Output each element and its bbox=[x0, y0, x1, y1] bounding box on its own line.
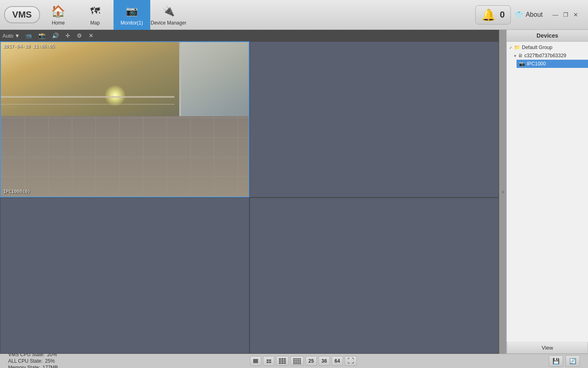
nav-map[interactable]: 🗺 Map bbox=[77, 0, 114, 30]
video-settings-btn[interactable]: ⚙ bbox=[75, 31, 84, 40]
expand-icon-device: ▾ bbox=[514, 54, 516, 58]
video-audio-btn[interactable]: 🔊 bbox=[50, 31, 60, 40]
save-layout-button[interactable]: 💾 bbox=[549, 355, 563, 367]
reload-button[interactable]: 🔄 bbox=[566, 355, 580, 367]
statusbar: VMS CPU State: 20% ALL CPU State: 25% Me… bbox=[0, 354, 588, 368]
layout-1x1-button[interactable] bbox=[250, 356, 261, 366]
tree-item-ipc1000[interactable]: 📷 IPC1000 bbox=[517, 60, 588, 68]
right-sidebar: Devices ✓ 📁 Default Group ▾ 🖥 c327fbd737… bbox=[506, 30, 588, 354]
layout-25-button[interactable]: 25 bbox=[305, 356, 317, 366]
video-area: Auto ▼ 📹 📸 🔊 ✛ ⚙ ✕ bbox=[0, 30, 499, 354]
nav-monitor-label: Monitor(1) bbox=[120, 20, 143, 26]
device-tree: ✓ 📁 Default Group ▾ 🖥 c327fbd737b63329 📷… bbox=[507, 42, 588, 342]
device-manager-icon: 🔌 bbox=[161, 4, 176, 18]
nav-home-label: Home bbox=[52, 20, 65, 26]
about-area: 🔔 0 👕 About — ❐ ✕ bbox=[475, 5, 588, 25]
about-label: About bbox=[526, 11, 543, 18]
layout-2x2-button[interactable] bbox=[263, 356, 274, 366]
chevron-right-icon: › bbox=[502, 188, 504, 195]
devices-header: Devices bbox=[507, 30, 588, 42]
minimize-button[interactable]: — bbox=[551, 11, 560, 19]
nav-home[interactable]: 🏠 Home bbox=[40, 0, 77, 30]
tree-label-device: c327fbd737b63329 bbox=[524, 53, 566, 58]
video-toolbar: Auto ▼ 📹 📸 🔊 ✛ ⚙ ✕ bbox=[0, 30, 499, 41]
window-controls: — ❐ ✕ bbox=[551, 11, 580, 19]
video-cell-2[interactable] bbox=[249, 41, 499, 197]
all-cpu-value: 25% bbox=[45, 358, 55, 364]
titlebar: VMS 🏠 Home 🗺 Map 📷 Monitor(1) 🔌 Device M… bbox=[0, 0, 588, 30]
tree-item-default-group[interactable]: ✓ 📁 Default Group bbox=[507, 43, 588, 52]
video-cell-3[interactable] bbox=[0, 197, 249, 354]
nav-device-manager-label: Device Manager bbox=[151, 20, 186, 26]
video-close-btn[interactable]: ✕ bbox=[87, 31, 95, 40]
main-content: Auto ▼ 📹 📸 🔊 ✛ ⚙ ✕ bbox=[0, 30, 588, 354]
nav-device-manager[interactable]: 🔌 Device Manager bbox=[150, 0, 187, 30]
tree-label-ipc1000: IPC1000 bbox=[527, 61, 546, 67]
view-button[interactable]: View bbox=[507, 342, 588, 354]
monitor-icon: 📷 bbox=[125, 4, 139, 18]
bell-area: 🔔 0 bbox=[475, 5, 511, 25]
camera-feed-1 bbox=[1, 42, 249, 197]
expand-icon-default-group: ✓ bbox=[509, 45, 512, 50]
computer-icon: 🖥 bbox=[518, 53, 523, 58]
sidebar-toggle[interactable]: › bbox=[499, 30, 506, 354]
about-button[interactable]: 👕 About bbox=[515, 11, 543, 19]
memory-status: Memory State: 177MB bbox=[8, 365, 58, 368]
tree-label-default-group: Default Group bbox=[522, 45, 552, 50]
status-info: VMS CPU State: 20% ALL CPU State: 25% Me… bbox=[8, 352, 58, 368]
video-grid: 2017-04-10 11:06:05 IPC1000(0) bbox=[0, 41, 499, 354]
video-ptz-btn[interactable]: ✛ bbox=[64, 31, 72, 40]
camera-label: IPC1000(0) bbox=[3, 189, 30, 194]
tree-item-device[interactable]: ▾ 🖥 c327fbd737b63329 bbox=[512, 52, 588, 60]
memory-label: Memory State: bbox=[8, 365, 40, 368]
video-cell-4[interactable] bbox=[249, 197, 499, 354]
all-cpu-status: ALL CPU State: 25% bbox=[8, 358, 58, 364]
memory-value: 177MB bbox=[42, 365, 58, 368]
auto-text: Auto bbox=[2, 33, 13, 39]
video-snapshot-btn[interactable]: 📸 bbox=[37, 31, 47, 40]
auto-chevron: ▼ bbox=[15, 33, 20, 39]
video-record-btn[interactable]: 📹 bbox=[23, 31, 33, 40]
layout-4x4-button[interactable] bbox=[290, 356, 304, 366]
nav-map-label: Map bbox=[90, 20, 100, 26]
tshirt-icon: 👕 bbox=[515, 11, 523, 19]
fullscreen-button[interactable]: ⛶ bbox=[345, 356, 357, 366]
map-icon: 🗺 bbox=[88, 4, 102, 18]
layout-64-button[interactable]: 64 bbox=[332, 356, 343, 366]
auto-label: Auto ▼ bbox=[2, 33, 20, 39]
home-icon: 🏠 bbox=[51, 4, 66, 18]
bell-icon: 🔔 bbox=[481, 8, 496, 22]
layout-3x3-button[interactable] bbox=[276, 356, 289, 366]
vms-logo[interactable]: VMS bbox=[4, 6, 40, 23]
nav-monitor[interactable]: 📷 Monitor(1) bbox=[114, 0, 150, 30]
layout-36-button[interactable]: 36 bbox=[318, 356, 330, 366]
folder-icon: 📁 bbox=[514, 45, 520, 50]
bell-count: 0 bbox=[500, 9, 505, 20]
save-buttons: 💾 🔄 bbox=[549, 355, 580, 367]
all-cpu-label: ALL CPU State: bbox=[8, 358, 42, 364]
close-button[interactable]: ✕ bbox=[572, 11, 580, 19]
camera-icon: 📷 bbox=[519, 61, 525, 67]
restore-button[interactable]: ❐ bbox=[561, 11, 570, 19]
camera-timestamp: 2017-04-10 11:06:05 bbox=[3, 44, 55, 49]
video-cell-1[interactable]: 2017-04-10 11:06:05 IPC1000(0) bbox=[0, 41, 249, 197]
layout-buttons: 25 36 64 ⛶ bbox=[250, 356, 357, 366]
